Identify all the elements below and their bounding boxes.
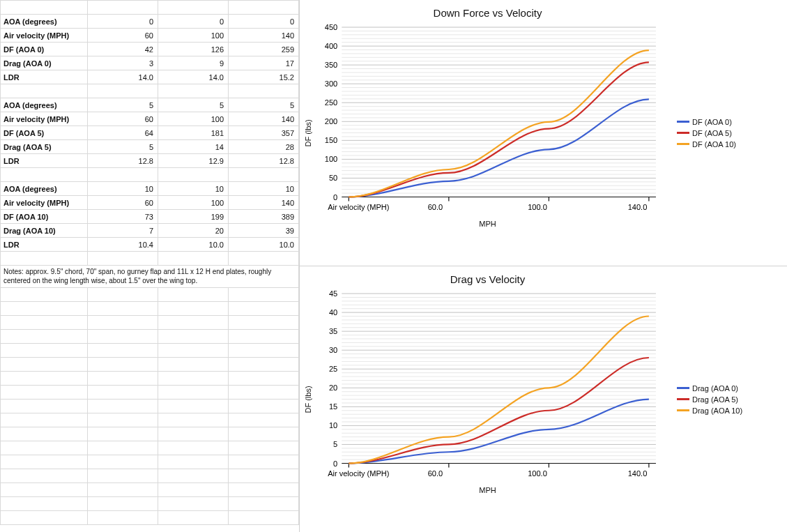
row-label[interactable]: DF (AOA 5) (1, 126, 88, 140)
cell-blank[interactable] (1, 330, 88, 344)
cell-value[interactable]: 5 (88, 140, 158, 154)
cell[interactable] (158, 511, 229, 525)
cell[interactable] (229, 1, 299, 15)
cell[interactable] (88, 372, 158, 386)
cell-value[interactable]: 5 (229, 98, 299, 112)
cell-value[interactable]: 12.9 (158, 154, 229, 168)
cell[interactable] (88, 497, 158, 511)
row-label[interactable]: Drag (AOA 0) (1, 56, 88, 70)
cell[interactable] (158, 497, 229, 511)
cell[interactable] (88, 330, 158, 344)
cell-value[interactable]: 73 (88, 210, 158, 224)
cell[interactable] (229, 302, 299, 316)
cell[interactable] (158, 302, 229, 316)
cell-value[interactable]: 60 (88, 112, 158, 126)
cell-value[interactable]: 12.8 (229, 154, 299, 168)
cell-blank[interactable] (1, 511, 88, 525)
cell-blank[interactable] (1, 441, 88, 455)
cell[interactable] (158, 84, 229, 98)
cell[interactable] (158, 455, 229, 469)
cell[interactable] (229, 469, 299, 483)
cell-blank[interactable] (1, 469, 88, 483)
cell-value[interactable]: 0 (229, 15, 299, 29)
cell-blank[interactable] (1, 252, 88, 266)
cell-blank[interactable] (1, 427, 88, 441)
cell[interactable] (158, 386, 229, 400)
row-label[interactable]: Air velocity (MPH) (1, 29, 88, 43)
cell-value[interactable]: 3 (88, 56, 158, 70)
row-label[interactable]: AOA (degrees) (1, 98, 88, 112)
cell[interactable] (88, 427, 158, 441)
cell[interactable] (88, 1, 158, 15)
cell[interactable] (229, 511, 299, 525)
cell[interactable] (88, 386, 158, 400)
cell[interactable] (158, 168, 229, 182)
cell-blank[interactable] (1, 168, 88, 182)
cell[interactable] (229, 483, 299, 497)
cell-blank[interactable] (1, 288, 88, 302)
cell-value[interactable]: 7 (88, 224, 158, 238)
cell[interactable] (88, 302, 158, 316)
cell[interactable] (88, 511, 158, 525)
cell[interactable] (158, 469, 229, 483)
cell-value[interactable]: 64 (88, 126, 158, 140)
cell[interactable] (229, 288, 299, 302)
cell[interactable] (229, 400, 299, 413)
cell[interactable] (88, 483, 158, 497)
cell[interactable] (229, 168, 299, 182)
cell[interactable] (88, 344, 158, 358)
cell-value[interactable]: 10 (158, 182, 229, 196)
cell-value[interactable]: 39 (229, 224, 299, 238)
cell[interactable] (229, 316, 299, 330)
cell-value[interactable]: 140 (229, 29, 299, 43)
cell[interactable] (158, 372, 229, 386)
row-label[interactable]: LDR (1, 154, 88, 168)
cell-blank[interactable] (1, 483, 88, 497)
cell-blank[interactable] (1, 372, 88, 386)
cell[interactable] (158, 441, 229, 455)
cell-value[interactable]: 259 (229, 43, 299, 56)
cell[interactable] (158, 483, 229, 497)
cell[interactable] (88, 400, 158, 413)
cell[interactable] (88, 413, 158, 427)
cell[interactable] (229, 358, 299, 372)
notes-cell[interactable]: Notes: approx. 9.5" chord, 70" span, no … (1, 266, 299, 288)
cell[interactable] (229, 372, 299, 386)
cell-value[interactable]: 60 (88, 29, 158, 43)
cell-blank[interactable] (1, 400, 88, 413)
cell-blank[interactable] (1, 316, 88, 330)
cell[interactable] (88, 358, 158, 372)
cell-value[interactable]: 181 (158, 126, 229, 140)
spreadsheet-grid[interactable]: AOA (degrees)000Air velocity (MPH)601001… (0, 0, 299, 525)
cell-value[interactable]: 10.0 (158, 238, 229, 252)
cell-value[interactable]: 140 (229, 196, 299, 210)
row-label[interactable]: DF (AOA 0) (1, 43, 88, 56)
cell-blank[interactable] (1, 84, 88, 98)
row-label[interactable]: Drag (AOA 5) (1, 140, 88, 154)
cell[interactable] (88, 455, 158, 469)
cell[interactable] (229, 413, 299, 427)
cell-value[interactable]: 60 (88, 196, 158, 210)
cell[interactable] (88, 469, 158, 483)
cell[interactable] (88, 84, 158, 98)
cell[interactable] (229, 455, 299, 469)
cell-value[interactable]: 0 (158, 15, 229, 29)
cell[interactable] (158, 413, 229, 427)
cell-blank[interactable] (1, 413, 88, 427)
cell-blank[interactable] (1, 497, 88, 511)
cell[interactable] (88, 288, 158, 302)
cell-value[interactable]: 10 (88, 182, 158, 196)
cell[interactable] (88, 252, 158, 266)
cell-value[interactable]: 14 (158, 140, 229, 154)
cell-blank[interactable] (1, 1, 88, 15)
cell-value[interactable]: 42 (88, 43, 158, 56)
cell[interactable] (158, 400, 229, 413)
cell-value[interactable]: 14.0 (88, 70, 158, 84)
cell[interactable] (158, 1, 229, 15)
cell[interactable] (158, 344, 229, 358)
cell-value[interactable]: 100 (158, 196, 229, 210)
cell[interactable] (88, 441, 158, 455)
cell[interactable] (229, 386, 299, 400)
cell[interactable] (158, 252, 229, 266)
cell-value[interactable]: 10.4 (88, 238, 158, 252)
